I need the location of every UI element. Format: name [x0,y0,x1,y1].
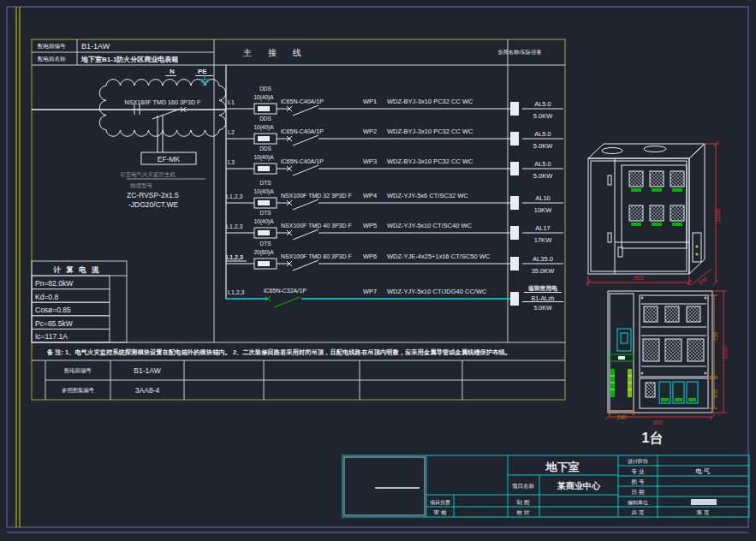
load-power: 10KW [534,206,552,214]
discipline-label: 专 业 [632,468,645,474]
feeder-row: L1 DDS 10(40)A iC65N-C40A/1P WP1 WDZ-BYJ… [226,86,563,120]
indicator-dot [696,246,699,248]
feeder-row: L3 DDS 10(40)A iC65N-C40A/1P WP3 WDZ-BYJ… [226,146,563,180]
discipline-value: 电 气 [695,467,710,475]
meter-icon-display [258,136,270,141]
cabinet-front-view: 750 300 1050 240 900 1台 [605,291,728,445]
load-power: 35.0KW [532,267,556,275]
meter-type: DTS [260,210,272,216]
calc-current-box: 计 算 电 流 Pn=82.0kW Kd=0.8 Cosø=0.85 Pc=65… [32,261,127,342]
meter-icon-display [258,106,270,111]
control-cable-spec-2: -JDG20/CT.WE [128,200,178,209]
drawing-no-label: 图 号 [632,479,645,485]
project-name-label: 项目名称 [512,483,535,490]
outgoing-terminal [510,102,519,116]
breaker-label: NSX100F TMD 40 3P3D F [281,223,352,229]
circuit-label: WP4 [363,192,377,199]
electrical-diagram-svg: 配电箱编号 B1-1AW 配电箱名称 地下室B1-1防火分区商业电表箱 主 接 … [0,0,756,541]
load-name: B1-ALzb [532,295,555,301]
fire-note-text: 引至电气火灾监控主机 [120,171,176,178]
fire-module-label: EF-MK [158,155,181,163]
load-power: 5.0KW [533,305,551,311]
main-breaker-label: NSX160F TMD 160 3P3D F [125,98,202,106]
cable-spec: WDZ-BYJ-3x10 PC32 CC WC [387,158,473,165]
breaker-blade [293,229,318,240]
outgoing-terminal [510,162,519,175]
page-border [7,7,748,532]
breaker-label: iC65N-C40A/1P [281,158,324,164]
circuit-label: WP6 [363,253,377,260]
org-redacted-block [691,499,717,505]
unit-count-label: 1台 [642,431,664,445]
main-wiring-title: 主 接 线 [242,48,308,57]
front-total-dim: 1050 [722,346,728,359]
meter-rating: 10(40)A [253,94,274,101]
cable-spec: WDZ-BYJ-3x10 PC32 CC WC [387,128,473,135]
org-label: 编制单位 [628,500,648,506]
bottom-row2-label: 参照图集编号 [62,387,94,394]
feeder-row: L1,2,3 DTS 10(40)A NSX100F TMD 32 3P3D F… [226,180,563,214]
load-power: 5.0KW [533,112,553,120]
circuit-label: WP7 [363,288,377,295]
indicator-dot [696,253,699,256]
feeder-row: L1,2,3 DTS 20(80)A NSX100F TMD 80 3P3D F… [226,241,563,275]
cable-spec: WDZ-YJY-5x10 CT/JDG40 CC/WC [387,288,487,295]
circuit-label: WP3 [363,158,377,165]
circuit-label: WP1 [363,98,377,105]
phase-label: L1,2,3 [228,289,245,295]
stage-label: 设计阶段 [628,458,648,464]
review-label: 审 核 [434,509,447,515]
latch-icon [618,247,622,257]
meter-type: DDS [259,86,271,92]
front-lower-dim: 300 [712,389,718,398]
load-name: AL5.0 [534,100,551,108]
load-name: AL10 [535,194,551,202]
front-left-width-dim: 240 [617,414,627,420]
drawing-area-title: 地下室 [545,461,580,473]
breaker-label: iC65N-C40A/1P [281,98,324,104]
cable-spec: WDZ-BYJ-3x10 PC32 CC WC [387,98,473,105]
outgoing-terminal [510,196,519,210]
terminal-strip-window [618,356,625,360]
vent-icon [602,148,622,154]
load-power: 5.0KW [533,172,553,180]
load-power: 17KW [534,236,552,244]
terminal-strips-v [610,369,632,397]
breaker-label: NSX100F TMD 32 3P3D F [281,193,352,199]
pages-total-label: 共 页 [632,509,645,516]
load-name: AL35.0 [533,255,553,263]
schedule-grid [32,39,565,400]
meter-icon-display [258,261,270,266]
vent-icon [644,146,666,152]
outgoing-terminal [510,257,519,270]
phase-label: L3 [228,159,235,165]
breaker-blade [293,105,318,116]
pe-label: PE [198,68,207,75]
calc-ic: Ic=117.1A [35,332,68,341]
iso-width-dim: 900 [634,275,644,281]
incoming-line-and-switch [32,104,226,152]
meter-icon-display [258,166,270,171]
panel-name-value: 地下室B1-1防火分区商业电表箱 [80,55,178,63]
phase-label: L1,2,3 [226,193,243,199]
cabinet-iso-view: 900 1050 200 [586,141,721,286]
meter-rating: 10(40)A [253,124,274,131]
breaker-label: NSX100F TMD 80 3P3D F [281,253,352,259]
front-width-dim: 900 [652,419,663,425]
checker-label: 校 对 [516,509,530,515]
bottom-row1-label: 配电箱编号 [64,367,92,374]
panel-name-label: 配电箱名称 [38,56,66,62]
cable-spec: WDZ-YJE-4x25+1x16 CT/SC50 WC [387,253,491,260]
load-name: AL5.0 [534,130,551,138]
calc-title: 计 算 电 流 [52,265,100,274]
load-power: 5.0KW [533,142,553,150]
breaker-blade [293,135,318,146]
feeder-row-emergency: L1,2,3 iC65N-C32A/1P WP7 WDZ-YJY-5x10 CT… [226,285,563,311]
cable-spec: WDZ-YJY-5x6 CT/SC32 WC [387,192,468,199]
meter-icon-display [258,230,270,235]
breaker-blade [274,297,300,307]
project-name-value: 某商业中心 [557,481,601,490]
notes-text: 备 注: 1、电气火灾监控系统探测模块设置在配电箱外的模块箱内。 2、二次装修回… [46,348,511,356]
main-switch-icon [617,329,631,351]
phase-label: L1,2,3 [226,223,243,229]
